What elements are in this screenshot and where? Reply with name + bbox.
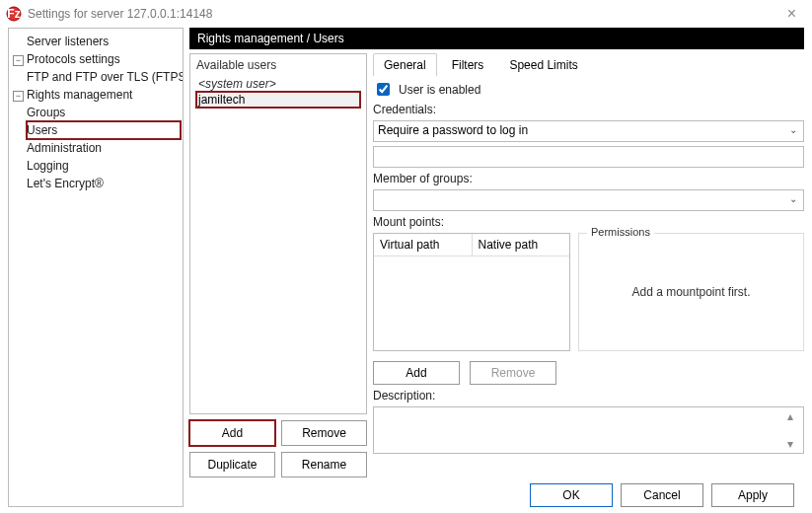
scroll-down-icon[interactable]: ▾ [787, 437, 801, 451]
app-icon: Fz [6, 6, 22, 22]
tab-filters[interactable]: Filters [441, 53, 495, 76]
titlebar: Fz Settings for server 127.0.0.1:14148 × [0, 0, 812, 28]
tree-protocols-settings[interactable]: −Protocols settings FTP and FTP over TLS… [13, 50, 181, 86]
tree-server-listeners[interactable]: Server listeners [13, 33, 181, 50]
user-item-system[interactable]: <system user> [196, 76, 360, 92]
password-input[interactable] [373, 146, 804, 168]
cancel-button[interactable]: Cancel [621, 483, 703, 507]
user-enabled-checkbox[interactable] [377, 83, 390, 96]
apply-button[interactable]: Apply [711, 483, 794, 507]
available-users-title: Available users [196, 58, 360, 72]
ok-button[interactable]: OK [530, 483, 613, 507]
tree-ftp-tls[interactable]: FTP and FTP over TLS (FTPS) [27, 68, 181, 86]
tab-speed-limits[interactable]: Speed Limits [498, 53, 588, 76]
chevron-down-icon: ⌄ [789, 124, 797, 135]
collapse-icon[interactable]: − [13, 91, 24, 102]
remove-mount-button: Remove [470, 361, 556, 385]
tree-users[interactable]: Users [27, 121, 181, 139]
tabs: General Filters Speed Limits [373, 53, 804, 76]
tree-groups[interactable]: Groups [27, 104, 181, 121]
mount-points-table[interactable]: Virtual path Native path [373, 233, 570, 351]
description-label: Description: [373, 389, 804, 403]
permissions-label: Permissions [587, 226, 654, 238]
member-groups-label: Member of groups: [373, 172, 804, 185]
tree-logging[interactable]: Logging [13, 157, 181, 175]
col-native-path: Native path [473, 234, 570, 256]
available-users-list: Available users <system user> jamiltech [189, 53, 367, 414]
permissions-panel: Permissions Add a mountpoint first. [578, 233, 804, 351]
rename-user-button[interactable]: Rename [281, 452, 367, 477]
close-icon[interactable]: × [777, 3, 806, 25]
remove-user-button[interactable]: Remove [281, 420, 367, 446]
tab-general[interactable]: General [373, 53, 437, 76]
tree-administration[interactable]: Administration [13, 139, 181, 157]
add-mount-button[interactable]: Add [373, 361, 460, 385]
svg-text:Fz: Fz [7, 7, 20, 21]
duplicate-user-button[interactable]: Duplicate [189, 452, 275, 477]
permissions-message: Add a mountpoint first. [585, 285, 797, 299]
user-enabled-label: User is enabled [399, 83, 480, 97]
nav-tree: Server listeners −Protocols settings FTP… [8, 28, 184, 507]
scroll-up-icon[interactable]: ▴ [787, 409, 801, 423]
chevron-down-icon: ⌄ [789, 193, 797, 204]
window-title: Settings for server 127.0.0.1:14148 [28, 7, 212, 21]
member-groups-select[interactable]: ⌄ [373, 189, 804, 211]
tree-rights-management[interactable]: −Rights management Groups Users [13, 86, 181, 139]
user-item-jamiltech[interactable]: jamiltech [196, 92, 360, 108]
tree-lets-encrypt[interactable]: Let's Encrypt® [13, 175, 181, 192]
collapse-icon[interactable]: − [13, 55, 24, 66]
col-virtual-path: Virtual path [374, 234, 473, 256]
section-header: Rights management / Users [189, 28, 804, 49]
credentials-label: Credentials: [373, 103, 804, 116]
add-user-button[interactable]: Add [189, 420, 275, 446]
description-textarea[interactable]: ▴▾ [373, 406, 804, 454]
credentials-select[interactable]: Require a password to log in ⌄ [373, 120, 804, 142]
